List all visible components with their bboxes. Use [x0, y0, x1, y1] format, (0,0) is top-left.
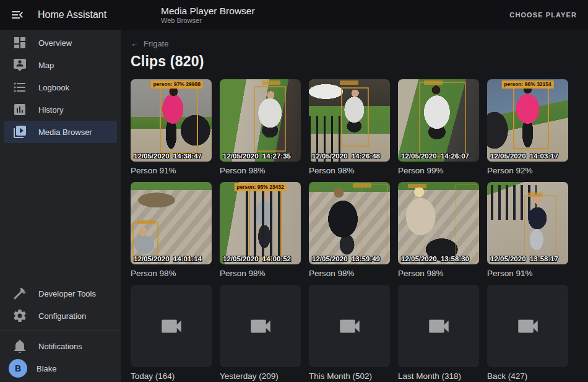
detection-bounding-box: [132, 222, 158, 259]
sidebar-item-notifications[interactable]: Notifications: [4, 335, 117, 357]
clip-card[interactable]: person: 97% 29988 12/05/2020 14:38:47 Pe…: [131, 79, 212, 175]
sidebar-item-label: Overview: [38, 38, 72, 48]
sidebar-item-label: Map: [38, 61, 54, 70]
detection-label-small: [408, 184, 426, 188]
clip-label: Person 91%: [487, 269, 568, 278]
clip-card[interactable]: person: 96% 32154 12/05/2020 14:03:17 Pe…: [487, 79, 568, 175]
sidebar-item-map[interactable]: Map: [4, 54, 117, 76]
page-subtitle: Web Browser: [161, 17, 255, 25]
folder-thumbnail: [220, 285, 301, 367]
sidebar-item-label: History: [38, 105, 63, 115]
clip-label: Person 98%: [220, 166, 301, 175]
sidebar-item-logbook[interactable]: Logbook: [4, 76, 117, 98]
clip-thumbnail: 12/05/2020 14:26:07: [398, 79, 479, 162]
sidebar-item-history[interactable]: History: [4, 98, 117, 121]
gear-icon: [12, 308, 27, 323]
clip-thumbnail: person: 97% 29988 12/05/2020 14:38:47: [131, 79, 212, 162]
sidebar-item-label: Logbook: [38, 83, 69, 92]
sidebar-item-developer-tools[interactable]: Developer Tools: [4, 282, 117, 305]
clip-timestamp: 12/05/2020 14:38:47: [134, 152, 212, 160]
section-title: Clips (820): [131, 53, 588, 70]
avatar: B: [9, 359, 27, 378]
bell-icon: [12, 339, 27, 354]
folder-thumbnail: [131, 285, 212, 367]
clip-label: Person 98%: [309, 166, 390, 175]
sidebar-header: Home Assistant: [0, 7, 121, 22]
video-camera-icon: [248, 313, 274, 339]
user-name-label: Blake: [37, 364, 57, 373]
folder-card-today[interactable]: Today (164): [131, 285, 212, 381]
detection-label-small: [528, 193, 543, 197]
clip-thumbnail: person: 96% 32154 12/05/2020 14:03:17: [487, 79, 568, 162]
media-grid: person: 97% 29988 12/05/2020 14:38:47 Pe…: [131, 79, 588, 381]
clip-card[interactable]: 12/05/2020 14:26:48 Person 98%: [309, 79, 390, 175]
detection-bounding-box: [419, 82, 466, 157]
detection-label-small: [424, 80, 443, 85]
clip-thumbnail: 12/05/2020 13:58:17: [487, 182, 568, 264]
sidebar-item-media-browser[interactable]: Media Browser: [4, 121, 117, 143]
video-camera-icon: [515, 313, 541, 339]
sidebar-item-label: Configuration: [38, 311, 86, 321]
clip-timestamp: 12/05/2020 14:26:48: [312, 152, 390, 160]
menu-open-icon[interactable]: [10, 7, 25, 22]
folder-thumbnail: [309, 285, 390, 367]
choose-player-button[interactable]: CHOOSE PLAYER: [503, 6, 583, 24]
clip-card[interactable]: 12/05/2020 14:26:07 Person 99%: [398, 79, 479, 175]
detection-bounding-box: [249, 189, 281, 258]
detection-label-small: [262, 80, 280, 85]
folder-label: Last Month (318): [398, 371, 479, 381]
clip-card[interactable]: 12/05/2020 14:27:35 Person 98%: [220, 79, 301, 175]
clip-card[interactable]: person: 95% 23432 12/05/2020 14:00:52 Pe…: [220, 182, 301, 278]
clip-thumbnail: person: 95% 23432 12/05/2020 14:00:52: [220, 182, 301, 264]
clip-label: Person 92%: [487, 166, 568, 175]
detection-bounding-box: [524, 195, 556, 256]
clip-thumbnail: 12/05/2020 14:27:35: [220, 79, 301, 162]
content-header-bar: Media Player Browser Web Browser CHOOSE …: [121, 0, 588, 30]
clip-card[interactable]: 12/05/2020 13:58:17 Person 91%: [487, 182, 568, 278]
folder-card-last-month[interactable]: Last Month (318): [398, 285, 479, 381]
clip-label: Person 98%: [398, 269, 479, 278]
clip-timestamp: 12/05/2020 14:26:07: [401, 152, 479, 160]
video-camera-icon: [426, 313, 452, 339]
clip-timestamp: 12/05/2020 13:58:17: [490, 255, 568, 263]
video-camera-icon: [337, 313, 363, 339]
breadcrumb-label: Frigate: [144, 39, 168, 48]
detection-bounding-box: [341, 87, 369, 147]
folder-label: This Month (502): [309, 371, 390, 381]
folder-label: Today (164): [131, 371, 212, 381]
sidebar-item-label: Developer Tools: [38, 289, 96, 298]
list-bulleted-icon: [12, 80, 27, 95]
dashboard-icon: [12, 35, 27, 50]
breadcrumb-back[interactable]: ← Frigate: [131, 38, 168, 48]
folder-card-yesterday[interactable]: Yesterday (209): [220, 285, 301, 381]
sidebar-item-label: Media Browser: [38, 128, 92, 137]
clip-thumbnail: 12/05/2020 13:59:49: [309, 182, 390, 264]
clip-card[interactable]: 12/05/2020 14:01:14 Person 98%: [131, 182, 212, 278]
clip-card[interactable]: 12/05/2020 13:58:30 Person 98%: [398, 182, 479, 278]
detection-label: person: 95% 23432: [234, 183, 287, 191]
folder-label: Back (427): [487, 371, 568, 381]
hammer-icon: [12, 286, 27, 301]
sidebar-item-configuration[interactable]: Configuration: [4, 305, 117, 327]
sidebar-item-overview[interactable]: Overview: [4, 32, 117, 54]
sidebar-bottom: Developer Tools Configuration Notificati…: [0, 282, 121, 380]
detection-label: person: 97% 29988: [150, 80, 203, 89]
clip-timestamp: 12/05/2020 14:01:14: [134, 255, 212, 263]
folder-thumbnail: [487, 285, 568, 367]
folder-card-this-month[interactable]: This Month (502): [309, 285, 390, 381]
clip-label: Person 91%: [131, 166, 212, 175]
back-arrow-icon: ←: [131, 38, 139, 48]
sidebar: Overview Map Logbook History Media Brows…: [0, 30, 121, 382]
sidebar-item-user-profile[interactable]: B Blake: [4, 357, 117, 380]
clip-thumbnail: 12/05/2020 13:58:30: [398, 182, 479, 264]
detection-bounding-box: [160, 84, 198, 154]
clip-card[interactable]: 12/05/2020 13:59:49 Person 98%: [309, 182, 390, 278]
page-title-block: Media Player Browser Web Browser: [161, 6, 255, 25]
folder-card-back[interactable]: Back (427): [487, 285, 568, 381]
clip-timestamp: 12/05/2020 14:27:35: [223, 152, 301, 160]
sidebar-item-label: Notifications: [38, 342, 82, 351]
detection-label-small: [353, 183, 371, 188]
video-camera-icon: [158, 313, 184, 339]
clip-label: Person 99%: [398, 166, 479, 175]
sidebar-divider: [0, 331, 121, 331]
